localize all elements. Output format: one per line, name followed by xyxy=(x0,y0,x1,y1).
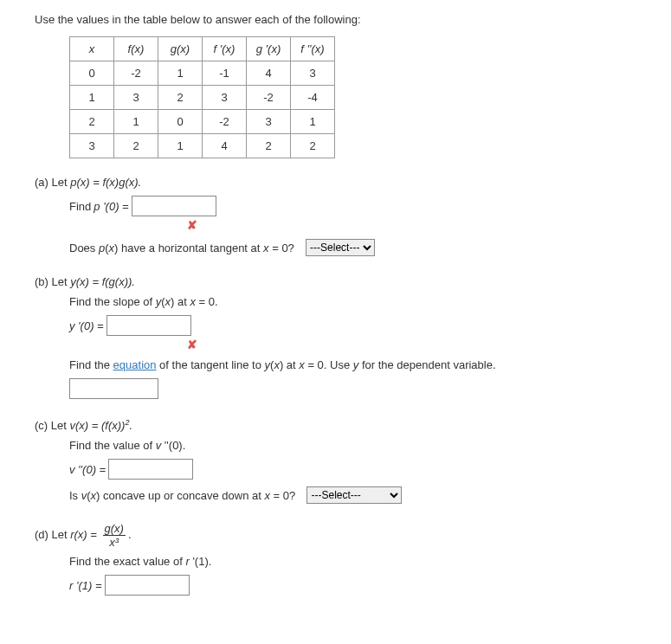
part-b: (b) Let y(x) = f(g(x)). Find the slope o… xyxy=(35,275,636,399)
equation-link[interactable]: equation xyxy=(113,358,157,371)
table-row: 0-21-143 xyxy=(70,61,335,86)
fraction-num: g(x) xyxy=(103,523,126,536)
part-a: (a) Let p(x) = f(x)g(x). Find p '(0) = ✘… xyxy=(35,176,636,256)
part-a-label: (a) Let xyxy=(35,176,70,189)
part-b-label: (b) Let xyxy=(35,275,70,288)
part-d-fraction: g(x) x³ xyxy=(103,523,126,548)
table-header-row: x f(x) g(x) f '(x) g '(x) f ''(x) xyxy=(70,37,335,61)
part-d-label: (d) Let xyxy=(35,528,70,541)
table-row: 1323-2-4 xyxy=(70,86,335,110)
part-a-select[interactable]: ---Select--- xyxy=(306,239,375,256)
part-a-def: p(x) = f(x)g(x). xyxy=(70,176,141,189)
part-b-tangent-text: Find the equation of the tangent line to… xyxy=(69,358,496,371)
part-c: (c) Let v(x) = (f(x))2. Find the value o… xyxy=(35,418,636,504)
part-b-slope: Find the slope of y(x) at x = 0. xyxy=(69,295,218,308)
part-d-input[interactable] xyxy=(105,575,190,596)
x-mark-icon: ✘ xyxy=(187,218,197,232)
part-b-def: y(x) = f(g(x)). xyxy=(70,275,135,288)
part-c-find: Find the value of v ''(0). xyxy=(69,439,185,452)
part-c-label: (c) Let xyxy=(35,419,69,432)
part-c-lhs: v ''(0) = xyxy=(69,463,106,476)
values-table: x f(x) g(x) f '(x) g '(x) f ''(x) 0-21-1… xyxy=(69,36,335,158)
col-fpx: f '(x) xyxy=(203,37,247,61)
part-a-input[interactable] xyxy=(132,196,216,216)
part-a-find: Find xyxy=(69,200,91,213)
part-a-tangent-q: Does p(x) have a horizontal tangent at x… xyxy=(69,242,294,254)
part-d-find: Find the exact value of r '(1). xyxy=(69,555,211,568)
col-f2px: f ''(x) xyxy=(291,37,335,61)
part-b-input-slope[interactable] xyxy=(106,315,191,336)
part-b-lhs: y '(0) = xyxy=(69,319,104,332)
x-mark-icon: ✘ xyxy=(187,338,197,351)
part-c-concave-q: Is v(x) concave up or concave down at x … xyxy=(69,489,295,502)
part-d: (d) Let r(x) = g(x) x³ . Find the exact … xyxy=(35,523,636,596)
part-b-input-tangent[interactable] xyxy=(69,378,158,399)
col-gpx: g '(x) xyxy=(247,37,291,61)
col-gx: g(x) xyxy=(158,37,203,61)
part-a-lhs: p '(0) = xyxy=(94,200,128,213)
fraction-den: x³ xyxy=(107,536,120,548)
col-x: x xyxy=(70,37,114,61)
part-d-lhs: r '(1) = xyxy=(69,579,102,592)
table-row: 321422 xyxy=(70,134,335,158)
table-row: 210-231 xyxy=(70,110,335,134)
part-c-def: v(x) = (f(x))2. xyxy=(69,419,132,432)
col-fx: f(x) xyxy=(114,37,158,61)
intro-text: Use the values in the table below to ans… xyxy=(35,13,636,26)
part-d-def-lhs: r(x) = xyxy=(70,528,100,541)
part-c-select[interactable]: ---Select--- xyxy=(306,486,402,504)
part-c-input[interactable] xyxy=(108,459,193,480)
